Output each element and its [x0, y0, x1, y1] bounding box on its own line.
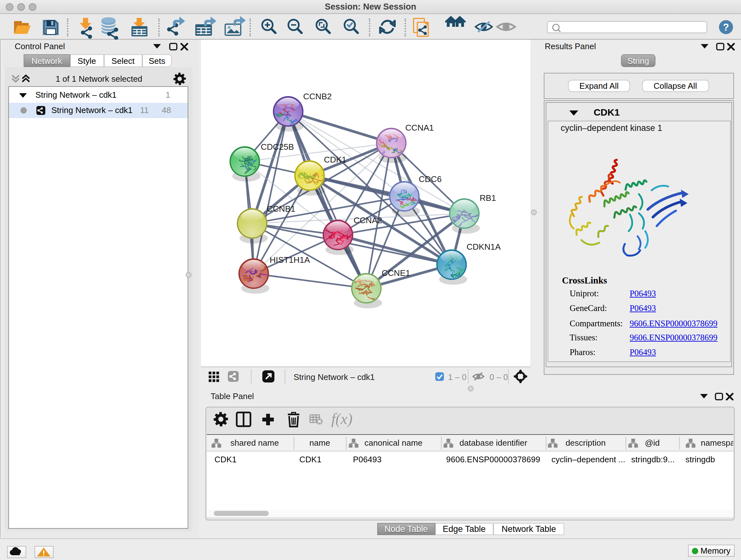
svg-text:CCNA1: CCNA1: [405, 123, 434, 132]
svg-text:CDKN1A: CDKN1A: [467, 242, 501, 252]
svg-text:CDC25B: CDC25B: [261, 142, 294, 152]
svg-text:HIST1H1A: HIST1H1A: [270, 255, 310, 265]
svg-text:CCNA2: CCNA2: [354, 215, 382, 225]
svg-text:CDK1: CDK1: [324, 155, 346, 165]
svg-text:CCNE1: CCNE1: [382, 268, 410, 278]
svg-text:?: ?: [723, 22, 729, 33]
svg-text:CCNB1: CCNB1: [267, 204, 295, 213]
svg-text:RB1: RB1: [480, 193, 496, 203]
svg-text:CCNB2: CCNB2: [303, 91, 332, 101]
svg-text:f(x): f(x): [331, 410, 353, 428]
svg-text:CDC6: CDC6: [419, 174, 442, 184]
